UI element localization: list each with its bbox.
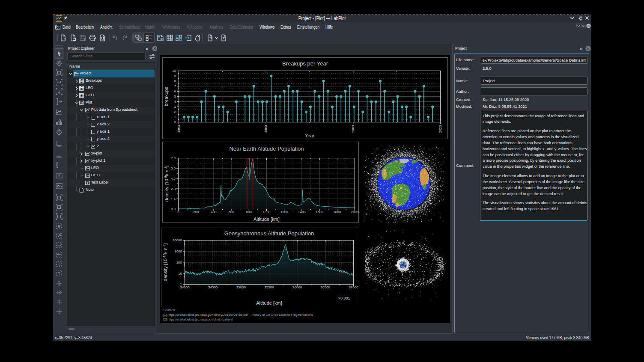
svg-text:36500: 36500: [320, 285, 330, 289]
svg-text:1400: 1400: [298, 210, 306, 214]
svg-text:Geosynchronous Altitude Popula: Geosynchronous Altitude Population: [224, 230, 314, 237]
svg-text:Near Earth Altitude Population: Near Earth Altitude Population: [229, 145, 304, 152]
svg-text:2000: 2000: [351, 125, 355, 133]
svg-text:400: 400: [211, 210, 217, 214]
svg-text:10: 10: [178, 272, 182, 276]
svg-text:10000: 10000: [172, 238, 182, 242]
svg-text:34500: 34500: [208, 285, 218, 289]
svg-text:breakups: breakups: [164, 86, 169, 106]
svg-text:2020: 2020: [438, 125, 442, 133]
svg-text:4: 4: [174, 100, 176, 104]
svg-text:5.6: 5.6: [170, 166, 176, 170]
svg-text:1: 1: [174, 115, 176, 119]
svg-text:2.8: 2.8: [170, 187, 176, 191]
svg-text:35000: 35000: [236, 285, 246, 289]
svg-text:×0.001: ×0.001: [338, 296, 350, 300]
svg-text:density [10-8km-3]: density [10-8km-3]: [164, 166, 169, 202]
svg-text:9: 9: [174, 74, 176, 78]
svg-text:200: 200: [193, 210, 199, 214]
svg-text:Year: Year: [304, 133, 314, 138]
svg-text:35500: 35500: [264, 285, 274, 289]
svg-text:2000: 2000: [351, 210, 358, 214]
svg-text:0: 0: [174, 120, 176, 124]
svg-text:8: 8: [174, 79, 176, 83]
svg-text:1000: 1000: [174, 249, 182, 253]
svg-text:1980: 1980: [264, 125, 268, 133]
svg-text:10: 10: [172, 69, 176, 73]
svg-text:Altitude [km]: Altitude [km]: [256, 300, 282, 306]
svg-text:1200: 1200: [280, 210, 288, 214]
svg-text:1000: 1000: [262, 210, 270, 214]
svg-text:Breakups per Year: Breakups per Year: [282, 60, 328, 67]
svg-text:4.2: 4.2: [170, 177, 176, 181]
svg-text:1: 1: [180, 282, 182, 286]
svg-text:5: 5: [174, 95, 176, 98]
svg-text:37000: 37000: [349, 285, 358, 289]
svg-text:0.0: 0.0: [170, 207, 176, 211]
svg-text:1800: 1800: [333, 210, 341, 214]
svg-text:Altitude [km]: Altitude [km]: [253, 217, 280, 222]
svg-text:7.0: 7.0: [170, 156, 176, 160]
svg-text:3: 3: [174, 105, 176, 109]
svg-text:36000: 36000: [292, 285, 302, 289]
svg-text:density [10-12km-3]: density [10-12km-3]: [162, 243, 168, 281]
svg-text:100: 100: [176, 261, 182, 264]
svg-text:800: 800: [246, 210, 252, 214]
svg-text:6: 6: [174, 89, 176, 93]
svg-text:1.4: 1.4: [170, 197, 176, 201]
svg-text:2: 2: [174, 110, 176, 114]
svg-text:600: 600: [228, 210, 234, 214]
svg-text:1600: 1600: [316, 210, 323, 214]
svg-text:0: 0: [177, 210, 179, 214]
svg-text:7: 7: [174, 84, 176, 88]
svg-text:1960: 1960: [176, 125, 180, 133]
